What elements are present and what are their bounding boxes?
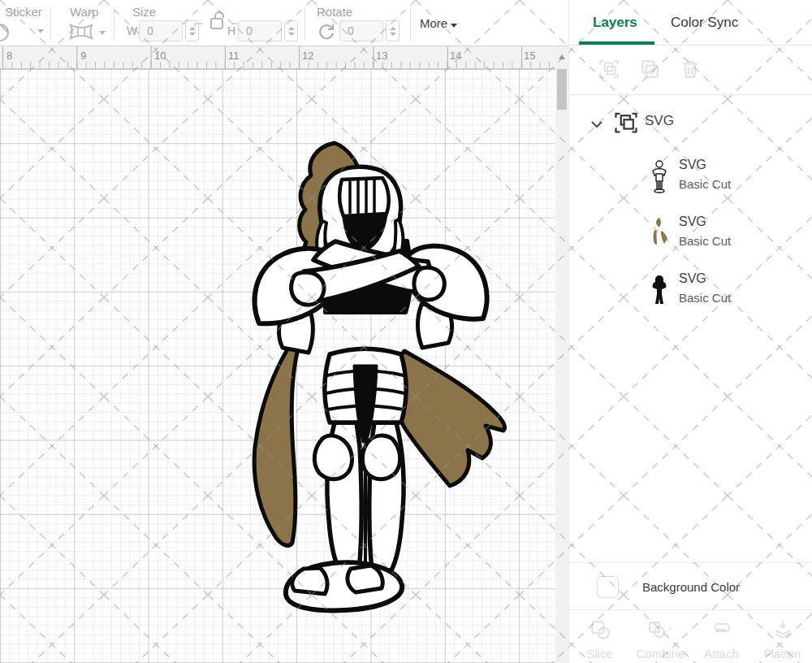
sticker-shape-icon[interactable] <box>0 21 16 42</box>
layer-thumbnail-tan <box>650 215 668 251</box>
scrollbar-thumb[interactable] <box>557 69 567 110</box>
flatten-icon <box>772 619 793 644</box>
group-label: SVG <box>645 113 674 129</box>
ruler-tick-label: 11 <box>228 50 240 62</box>
toolbar-divider <box>410 6 411 41</box>
rotate-icon[interactable] <box>317 21 336 44</box>
layer-group-row[interactable]: SVG <box>569 105 812 147</box>
rotate-label: Rotate <box>317 5 352 19</box>
combine-icon <box>647 619 675 644</box>
active-tab-underline <box>579 41 654 45</box>
chevron-down-icon[interactable] <box>590 118 603 132</box>
size-label: Size <box>132 5 156 19</box>
group-icon <box>614 110 638 135</box>
layer-thumbnail-outline <box>650 158 668 194</box>
tab-layers[interactable]: Layers <box>593 15 637 31</box>
toolbar-divider <box>114 6 114 41</box>
height-input[interactable] <box>238 20 282 41</box>
panel-actionbar: Slice Combine Attach Flatten <box>569 611 812 663</box>
more-button[interactable]: More <box>420 16 457 30</box>
sticker-caret-icon[interactable] <box>37 29 44 33</box>
knight-cape-right <box>394 351 505 486</box>
knight-mascot-artwork[interactable] <box>244 136 512 616</box>
panel-tabbar: Layers Color Sync <box>569 0 812 46</box>
rotate-input[interactable] <box>339 20 383 41</box>
height-field-label: H <box>227 24 235 37</box>
ruler-tick-label: 10 <box>154 50 166 62</box>
layer-title: SVG <box>679 271 706 286</box>
sticker-label: Sticker <box>5 5 42 19</box>
ruler-tick-label: 8 <box>6 50 12 62</box>
flatten-button[interactable]: Flatten <box>752 611 812 663</box>
layer-title: SVG <box>679 158 706 172</box>
width-input[interactable] <box>139 20 183 41</box>
rotate-stepper[interactable] <box>386 20 400 41</box>
toolbar-divider <box>50 6 51 41</box>
background-color-row: Background Color <box>569 562 812 610</box>
layer-material: Basic Cut <box>679 291 731 305</box>
height-stepper[interactable] <box>284 20 298 41</box>
horizontal-ruler: 8 9 10 11 12 13 14 15 <box>0 46 555 69</box>
layer-title: SVG <box>679 214 706 229</box>
warp-caret-icon[interactable] <box>99 31 106 35</box>
attach-icon <box>710 619 733 644</box>
ruler-tick-label: 13 <box>376 50 387 62</box>
combine-button[interactable]: Combine <box>630 611 691 663</box>
width-field-label: W <box>127 24 137 37</box>
attach-button[interactable]: Attach <box>691 611 752 663</box>
slice-icon <box>590 619 611 644</box>
layer-material: Basic Cut <box>679 177 731 191</box>
background-color-label: Background Color <box>642 580 740 594</box>
tab-color-sync[interactable]: Color Sync <box>671 15 738 31</box>
toolbar-divider <box>304 6 305 41</box>
top-toolbar: Sticker Warp Size W H Rotate More <box>0 0 568 46</box>
scroll-up-icon[interactable] <box>559 54 565 59</box>
layer-row[interactable]: SVG Basic Cut <box>569 261 812 318</box>
layer-row[interactable]: SVG Basic Cut <box>569 147 812 204</box>
duplicate-icon[interactable] <box>639 58 660 80</box>
canvas-scrollbar[interactable] <box>555 46 568 663</box>
layer-thumbnail-black <box>650 272 668 308</box>
ruler-tick-label: 15 <box>524 50 535 62</box>
ruler-tick-label: 14 <box>450 50 461 62</box>
ruler-tick-label: 12 <box>302 50 313 62</box>
delete-icon[interactable] <box>680 58 701 80</box>
design-canvas[interactable] <box>0 69 555 663</box>
layer-actions-toolbar <box>569 46 812 95</box>
warp-label: Warp <box>70 5 98 19</box>
group-icon[interactable] <box>598 58 620 80</box>
ruler-tick-label: 9 <box>80 50 86 62</box>
knight-cape-left <box>254 341 299 545</box>
more-caret-icon <box>451 24 457 28</box>
layer-row[interactable]: SVG Basic Cut <box>569 204 812 261</box>
background-color-swatch[interactable] <box>597 576 619 598</box>
layer-material: Basic Cut <box>679 234 731 248</box>
warp-icon[interactable] <box>68 23 94 44</box>
layers-panel: Layers Color Sync SVG SVG Basic Cut <box>568 0 812 663</box>
slice-button[interactable]: Slice <box>569 611 630 663</box>
